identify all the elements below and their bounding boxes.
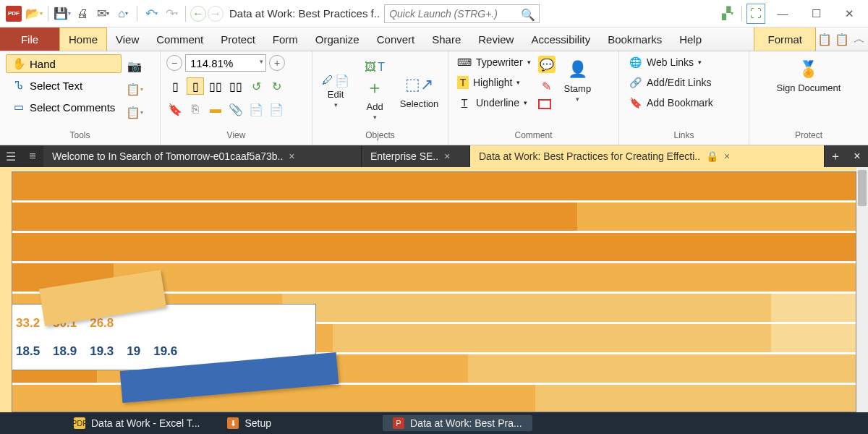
- clipboard-tool2-icon[interactable]: 📋▾: [126, 103, 143, 121]
- group-label-view: View: [161, 130, 312, 145]
- close-all-tabs-button[interactable]: ×: [846, 145, 868, 167]
- doc-tab-3[interactable]: Data at Work: Best Practices for Creatin…: [470, 145, 825, 167]
- collapse-ribbon-icon[interactable]: ︿: [851, 27, 868, 51]
- globe-icon: 🌐: [628, 56, 642, 69]
- tab-comment[interactable]: Comment: [148, 27, 212, 51]
- fullscreen-icon[interactable]: ⛶: [746, 4, 765, 24]
- highlight-icon: T: [457, 76, 469, 89]
- search-icon[interactable]: 🔍: [521, 8, 535, 22]
- open-file-icon[interactable]: 📂▾: [25, 4, 43, 24]
- close-button[interactable]: ✕: [833, 2, 865, 25]
- quick-launch-input[interactable]: [384, 4, 540, 23]
- nav-back-icon[interactable]: ←: [190, 6, 206, 22]
- hand-icon: ✋: [12, 57, 25, 70]
- tab-convert[interactable]: Convert: [368, 27, 424, 51]
- rotate-right-icon[interactable]: ↻: [268, 77, 285, 95]
- comments-select-icon: ▭: [12, 101, 25, 114]
- clipboard-tool-icon[interactable]: 📋▾: [126, 80, 143, 98]
- typewriter-icon: ⌨: [457, 56, 472, 69]
- tab-bookmarks[interactable]: Bookmarks: [599, 27, 671, 51]
- highlight-tool[interactable]: THighlight▾: [454, 75, 534, 90]
- quick-launch[interactable]: 🔍: [384, 4, 540, 23]
- typewriter-tool[interactable]: ⌨Typewriter▾: [454, 54, 534, 70]
- taskbar-item-1[interactable]: PDFData at Work - Excel T...: [64, 415, 210, 431]
- group-label-objects: Objects: [312, 130, 448, 145]
- undo-icon[interactable]: ↶▾: [142, 4, 161, 24]
- scrollbar-thumb[interactable]: [858, 170, 867, 206]
- underline-tool[interactable]: TUnderline▾: [454, 95, 534, 111]
- select-text-tool[interactable]: ᏖSelect Text: [6, 76, 122, 95]
- minimize-button[interactable]: —: [767, 2, 799, 25]
- taskbar-item-3[interactable]: PData at Work: Best Pra...: [383, 415, 532, 431]
- page-facing-icon[interactable]: ▯▯: [207, 77, 224, 95]
- excel-pdf-icon: PDF: [74, 417, 85, 429]
- taskbar-item-2[interactable]: ⬇Setup: [217, 415, 281, 431]
- web-links-tool[interactable]: 🌐Web Links▾: [625, 54, 716, 70]
- app-icon: PDF: [4, 4, 23, 24]
- tab-accessibility[interactable]: Accessibility: [522, 27, 599, 51]
- pdf-app-icon: P: [393, 417, 404, 429]
- group-label-protect: Protect: [749, 130, 868, 145]
- selection-button[interactable]: ⬚↗ Selection: [396, 69, 442, 112]
- email-icon[interactable]: ✉▾: [93, 4, 112, 24]
- group-label-tools: Tools: [0, 130, 160, 145]
- page-facing2-icon[interactable]: ▯▯: [227, 77, 244, 95]
- tab-menu-icon[interactable]: ☰: [0, 145, 22, 167]
- tab-protect[interactable]: Protect: [212, 27, 264, 51]
- zoom-in-button[interactable]: +: [269, 55, 285, 71]
- maximize-button[interactable]: ☐: [800, 2, 832, 25]
- doc1-icon[interactable]: 📄: [247, 101, 265, 118]
- zoom-input[interactable]: [185, 54, 266, 72]
- clipboard-icon-2[interactable]: 📋: [833, 27, 851, 51]
- save-icon[interactable]: 💾▾: [53, 4, 72, 24]
- bookmark-ribbon-icon[interactable]: 🔖: [166, 101, 184, 118]
- page-single-icon[interactable]: ▯: [166, 77, 184, 95]
- tab-format[interactable]: Format: [754, 27, 816, 51]
- rotate-left-icon[interactable]: ↺: [247, 77, 265, 95]
- attachment-icon[interactable]: 📎: [227, 101, 244, 118]
- add-bookmark-tool[interactable]: 🔖Add Bookmark: [625, 95, 716, 111]
- ui-options-icon[interactable]: ▞▾: [718, 4, 737, 24]
- hand-tool[interactable]: ✋Hand: [6, 54, 122, 73]
- tab-help[interactable]: Help: [671, 27, 710, 51]
- tab-view[interactable]: View: [107, 27, 148, 51]
- rect-red-icon[interactable]: [538, 99, 551, 109]
- note-yellow-icon[interactable]: ▬: [207, 101, 224, 118]
- group-label-links: Links: [619, 130, 749, 145]
- tab-review[interactable]: Review: [469, 27, 522, 51]
- add-button[interactable]: 🖼T ＋ Add▾: [357, 58, 392, 124]
- tab-home[interactable]: Home: [59, 27, 107, 51]
- close-tab-2[interactable]: ×: [444, 150, 450, 162]
- link-icon: 🔗: [628, 76, 642, 89]
- select-comments-tool[interactable]: ▭Select Comments: [6, 98, 122, 116]
- copy-icon[interactable]: ⎘: [187, 101, 204, 118]
- zoom-out-button[interactable]: −: [166, 55, 182, 71]
- sign-document-button[interactable]: 🏅 Sign Document: [773, 54, 846, 96]
- edit-button[interactable]: 🖊📄 Edit▾: [318, 71, 353, 111]
- tab-organize[interactable]: Organize: [307, 27, 368, 51]
- document-tabs: ☰ ≡ Welcome to In Search of Tomorrow-e01…: [0, 145, 868, 167]
- new-tab-button[interactable]: ＋: [825, 145, 846, 167]
- page-continuous-icon[interactable]: ▯: [187, 77, 204, 95]
- tab-share[interactable]: Share: [423, 27, 469, 51]
- stamp-button[interactable]: 👤 Stamp▾: [560, 54, 596, 106]
- clipboard-icon-1[interactable]: 📋: [816, 27, 833, 51]
- document-viewport[interactable]: 33.2 30.1 26.8 18.5 18.9 19.3 19 19.6: [0, 167, 868, 412]
- tab-list-icon[interactable]: ≡: [22, 145, 43, 167]
- sticky-note-icon[interactable]: 💬: [538, 56, 556, 73]
- pencil-red-icon[interactable]: ✎: [538, 77, 556, 95]
- tab-form[interactable]: Form: [264, 27, 307, 51]
- doc-tab-2[interactable]: Enterprise SE..×: [362, 145, 470, 167]
- print-icon[interactable]: 🖨: [73, 4, 92, 24]
- close-tab-1[interactable]: ×: [289, 150, 294, 162]
- doc2-icon[interactable]: 📄: [268, 101, 285, 118]
- addedit-links-tool[interactable]: 🔗Add/Edit Links: [625, 75, 716, 90]
- close-tab-3[interactable]: ×: [724, 150, 730, 162]
- redo-icon[interactable]: ↷▾: [162, 4, 181, 24]
- vertical-scrollbar[interactable]: [856, 167, 868, 412]
- file-tab[interactable]: File: [0, 27, 59, 51]
- doc-tab-1[interactable]: Welcome to In Search of Tomorrow-e01caaf…: [43, 145, 362, 167]
- nav-forward-icon[interactable]: →: [208, 6, 224, 22]
- snapshot-icon[interactable]: 📷: [126, 57, 143, 75]
- scan-icon[interactable]: ⌂▾: [114, 4, 132, 24]
